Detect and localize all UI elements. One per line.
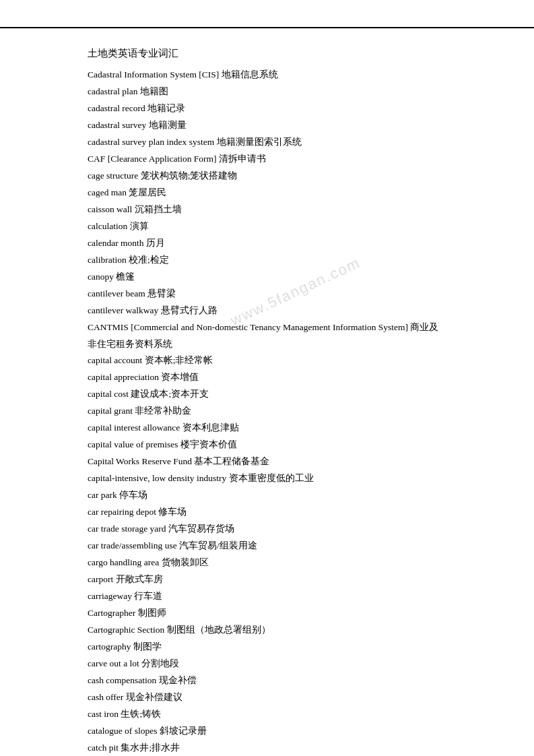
list-item: capital appreciation 资本增值 <box>88 369 446 386</box>
list-item: caged man 笼屋居民 <box>88 185 446 201</box>
list-item: cadastral record 地籍记录 <box>88 100 446 117</box>
top-border <box>0 27 534 28</box>
list-item: Cartographer 制图师 <box>88 605 446 622</box>
list-item: cadastral survey plan index system 地籍测量图… <box>88 134 446 151</box>
list-item: capital cost 建设成本;资本开支 <box>88 386 446 403</box>
list-item: car trade storage yard 汽车贸易存货场 <box>88 521 446 538</box>
list-item: carve out a lot 分割地段 <box>88 656 446 672</box>
list-item: carport 开敞式车房 <box>88 571 446 588</box>
list-item: cadastral plan 地籍图 <box>88 84 446 100</box>
list-item: cadastral survey 地籍测量 <box>88 117 446 134</box>
list-item: calculation 演算 <box>88 218 446 235</box>
list-item: canopy 檐篷 <box>88 269 446 286</box>
list-item: carriageway 行车道 <box>88 588 446 605</box>
list-item: car trade/assembling use 汽车贸易/组装用途 <box>88 538 446 555</box>
list-item: car repairing depot 修车场 <box>88 504 446 521</box>
list-item: catch pit 集水井;排水井 <box>88 740 446 756</box>
list-item: capital grant 非经常补助金 <box>88 403 446 420</box>
list-item: cantilever walkway 悬臂式行人路 <box>88 303 446 319</box>
list-item: Cartographic Section 制图组（地政总署组别） <box>88 622 446 639</box>
page-title: 土地类英语专业词汇 <box>88 47 446 60</box>
list-item: capital interest allowance 资本利息津贴 <box>88 420 446 437</box>
list-item: cartography 制图学 <box>88 639 446 656</box>
list-item: cage structure 笼状构筑物;笼状搭建物 <box>88 168 446 185</box>
list-item: capital-intensive, low density industry … <box>88 470 446 487</box>
list-item: calendar month 历月 <box>88 235 446 252</box>
list-item: cantilever beam 悬臂梁 <box>88 286 446 303</box>
list-item: car park 停车场 <box>88 487 446 504</box>
list-item: cargo handling area 货物装卸区 <box>88 555 446 571</box>
list-item: calibration 校准;检定 <box>88 252 446 269</box>
list-item: caisson wall 沉箱挡土墙 <box>88 201 446 218</box>
list-item: cash offer 现金补偿建议 <box>88 689 446 706</box>
list-item: CAF [Clearance Application Form] 清拆申请书 <box>88 151 446 168</box>
list-item: capital account 资本帐;非经常帐 <box>88 352 446 369</box>
list-item: capital value of premises 楼宇资本价值 <box>88 437 446 453</box>
list-item: cash compensation 现金补偿 <box>88 672 446 689</box>
list-item: Cadastral Information System [CIS] 地籍信息系… <box>88 67 446 84</box>
entries-list: Cadastral Information System [CIS] 地籍信息系… <box>88 67 446 756</box>
list-item: Capital Works Reserve Fund 基本工程储备基金 <box>88 453 446 470</box>
main-content: 土地类英语专业词汇 Cadastral Information System [… <box>0 0 534 756</box>
list-item: catalogue of slopes 斜坡记录册 <box>88 723 446 740</box>
list-item: cast iron 生铁;铸铁 <box>88 706 446 723</box>
list-item: CANTMIS [Commercial and Non-domestic Ten… <box>88 319 446 353</box>
